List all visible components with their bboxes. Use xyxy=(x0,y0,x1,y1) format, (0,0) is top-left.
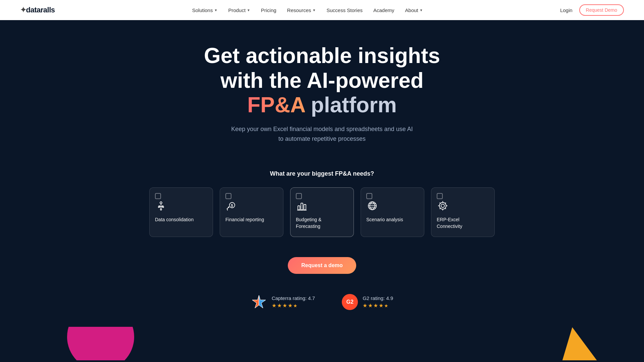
svg-rect-7 xyxy=(162,206,164,207)
svg-marker-34 xyxy=(252,295,259,308)
capterra-rating: Capterra rating: 4.7 ★★★★★ xyxy=(251,294,315,310)
request-demo-cta-button[interactable]: Request a demo xyxy=(288,257,356,274)
g2-rating: G2 G2 rating: 4.9 ★★★★★ xyxy=(342,294,393,310)
g2-stars: ★★★★★ xyxy=(363,302,393,309)
card-budgeting-forecasting-label: Budgeting &Forecasting xyxy=(296,217,348,230)
scenario-icon xyxy=(366,200,419,212)
nav-links: Solutions ▼ Product ▼ Pricing Resources … xyxy=(192,7,423,13)
svg-point-24 xyxy=(441,204,444,207)
svg-line-29 xyxy=(440,203,441,204)
needs-section: What are your biggest FP&A needs? xyxy=(0,160,644,243)
svg-line-32 xyxy=(440,208,441,209)
svg-rect-6 xyxy=(158,206,160,207)
needs-heading: What are your biggest FP&A needs? xyxy=(7,170,637,177)
svg-line-31 xyxy=(445,203,446,204)
hero-subtitle: Keep your own Excel financial models and… xyxy=(7,124,637,144)
card-financial-reporting-label: Financial reporting xyxy=(225,217,278,223)
card-scenario-analysis[interactable]: Scenario analysis xyxy=(361,187,424,237)
card-budgeting-forecasting[interactable]: Budgeting &Forecasting xyxy=(290,187,354,237)
card-financial-reporting[interactable]: $ Financial reporting xyxy=(220,187,283,237)
svg-text:$: $ xyxy=(231,203,233,207)
card-erp-excel-label: ERP-ExcelConnectivity xyxy=(437,217,489,230)
capterra-text: Capterra rating: 4.7 xyxy=(272,295,315,301)
nav-right: Login Request Demo xyxy=(560,4,624,16)
g2-text: G2 rating: 4.9 xyxy=(363,295,393,301)
checkbox-financial-reporting[interactable] xyxy=(225,193,231,199)
svg-rect-17 xyxy=(304,204,306,210)
connectivity-icon xyxy=(437,200,489,212)
svg-marker-35 xyxy=(259,295,266,308)
hero-section: Get actionable insights with the AI-powe… xyxy=(0,20,644,160)
checkbox-erp-excel[interactable] xyxy=(437,193,443,199)
checkbox-scenario-analysis[interactable] xyxy=(366,193,372,199)
svg-rect-15 xyxy=(298,206,300,210)
card-data-consolidation-label: Data consolidation xyxy=(155,217,207,223)
logo[interactable]: ✦dataralls xyxy=(20,6,55,14)
navbar: ✦dataralls Solutions ▼ Product ▼ Pricing… xyxy=(0,0,644,20)
svg-point-13 xyxy=(228,206,229,208)
svg-point-0 xyxy=(160,202,162,204)
nav-solutions[interactable]: Solutions ▼ xyxy=(192,7,218,13)
request-demo-button[interactable]: Request Demo xyxy=(579,4,624,16)
capterra-stars: ★★★★★ xyxy=(272,302,315,309)
hero-title: Get actionable insights with the AI-powe… xyxy=(7,44,637,118)
bar-chart-icon xyxy=(296,200,348,212)
nav-success-stories[interactable]: Success Stories xyxy=(326,7,363,13)
orange-shape xyxy=(546,327,608,360)
dollar-chart-icon: $ xyxy=(225,200,278,212)
nav-academy[interactable]: Academy xyxy=(373,7,394,13)
svg-line-30 xyxy=(445,208,446,209)
nav-about[interactable]: About ▼ xyxy=(405,7,423,13)
checkbox-data-consolidation[interactable] xyxy=(155,193,161,199)
card-erp-excel[interactable]: ERP-ExcelConnectivity xyxy=(431,187,495,237)
ratings-section: Capterra rating: 4.7 ★★★★★ G2 G2 rating:… xyxy=(0,281,644,320)
card-data-consolidation[interactable]: Data consolidation xyxy=(149,187,213,237)
cta-section: Request a demo xyxy=(0,244,644,281)
svg-rect-16 xyxy=(301,203,303,210)
svg-point-9 xyxy=(160,209,162,210)
g2-info: G2 rating: 4.9 ★★★★★ xyxy=(363,295,393,309)
bottom-decorations xyxy=(0,327,644,360)
feature-cards: Data consolidation $ Financial reporting xyxy=(7,187,637,237)
usb-icon xyxy=(155,200,207,212)
pink-shape xyxy=(67,327,134,360)
nav-product[interactable]: Product ▼ xyxy=(228,7,250,13)
login-link[interactable]: Login xyxy=(560,7,573,13)
card-scenario-analysis-label: Scenario analysis xyxy=(366,217,419,223)
g2-logo: G2 xyxy=(342,294,358,310)
capterra-info: Capterra rating: 4.7 ★★★★★ xyxy=(272,295,315,309)
nav-resources[interactable]: Resources ▼ xyxy=(287,7,316,13)
nav-pricing[interactable]: Pricing xyxy=(261,7,276,13)
checkbox-budgeting-forecasting[interactable] xyxy=(296,193,302,199)
capterra-logo xyxy=(251,294,267,310)
